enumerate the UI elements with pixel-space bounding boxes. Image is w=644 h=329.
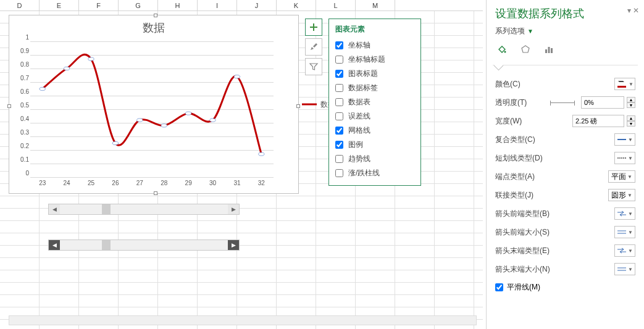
caret-down-icon: ▼ — [527, 28, 533, 35]
flyout-item[interactable]: 图例 — [335, 138, 414, 152]
pen-color-icon — [616, 80, 627, 88]
color-label: 颜色(C) — [495, 79, 521, 90]
chart-styles-button[interactable] — [305, 38, 322, 56]
chart-filters-button[interactable] — [305, 58, 322, 75]
flyout-checkbox[interactable] — [335, 141, 343, 149]
svg-rect-14 — [617, 86, 626, 88]
column-header[interactable]: L — [316, 0, 356, 10]
bar-chart-icon — [544, 44, 554, 54]
transparency-slider[interactable] — [550, 102, 575, 103]
join-type-dropdown[interactable]: 圆形▼ — [608, 189, 635, 201]
format-panel: 设置数据系列格式 ▾ ✕ 系列选项 ▼ 颜色(C) ▼ 透明度(T) ▲▼ 宽度… — [486, 0, 644, 329]
resize-handle[interactable] — [154, 14, 157, 17]
sheet-hscrollbar[interactable] — [9, 315, 477, 325]
scroll-track[interactable] — [60, 240, 228, 250]
width-input[interactable] — [572, 115, 624, 127]
scroll-right-button[interactable]: ▶ — [228, 204, 239, 214]
fill-line-tab[interactable] — [495, 43, 509, 56]
panel-title: 设置数据系列格式 — [495, 6, 635, 21]
cap-type-dropdown[interactable]: 平面▼ — [608, 170, 635, 183]
dash-type-dropdown[interactable]: ▼ — [614, 152, 635, 164]
width-spinner[interactable]: ▲▼ — [627, 115, 635, 127]
panel-close-button[interactable]: ▾ ✕ — [627, 6, 639, 15]
flyout-checkbox[interactable] — [335, 155, 343, 163]
scroll-track[interactable] — [60, 204, 228, 214]
arrow-begin-size-dropdown[interactable]: ▼ — [614, 226, 635, 238]
column-header[interactable]: J — [237, 0, 277, 10]
funnel-icon — [309, 62, 319, 72]
chart-line-svg[interactable] — [30, 41, 274, 177]
panel-section-dropdown[interactable]: 系列选项 ▼ — [495, 26, 635, 36]
flyout-item-label: 数据表 — [348, 97, 370, 107]
flyout-item[interactable]: 图表标题 — [335, 67, 414, 81]
flyout-checkbox[interactable] — [335, 127, 343, 135]
brush-icon — [309, 42, 319, 52]
flyout-checkbox[interactable] — [335, 112, 343, 120]
column-header[interactable]: E — [40, 0, 79, 10]
cap-label: 端点类型(A) — [495, 172, 535, 182]
svg-point-3 — [112, 141, 118, 144]
smooth-line-row: 平滑线(M) — [495, 282, 635, 293]
column-headers: DEFGHIJKLM — [0, 0, 483, 11]
flyout-item[interactable]: 坐标轴标题 — [335, 52, 414, 67]
resize-handle[interactable] — [154, 191, 157, 195]
x-axis[interactable]: 23242526272829303132 — [30, 180, 274, 191]
column-header[interactable]: M — [356, 0, 395, 10]
flyout-checkbox[interactable] — [335, 169, 343, 177]
pentagon-icon — [521, 44, 530, 54]
svg-point-10 — [504, 51, 506, 53]
scroll-left-button[interactable]: ◀ — [49, 204, 60, 214]
transparency-spinner[interactable]: ▲▼ — [627, 97, 635, 108]
chart-title[interactable]: 数据 — [9, 20, 298, 35]
chart-plot-area[interactable]: 00.10.20.30.40.50.60.70.80.91 2324252627… — [30, 41, 274, 177]
effects-tab[interactable] — [519, 43, 532, 56]
smooth-line-checkbox[interactable] — [495, 283, 503, 291]
flyout-item[interactable]: 数据标签 — [335, 81, 414, 95]
column-header[interactable]: G — [119, 0, 158, 10]
arrow-begin-size-label: 箭头前端大小(S) — [495, 227, 550, 238]
arrow-begin-type-dropdown[interactable]: ▼ — [614, 207, 635, 220]
column-header[interactable]: F — [79, 0, 119, 10]
compound-type-dropdown[interactable]: ▼ — [614, 133, 635, 146]
flyout-checkbox[interactable] — [335, 41, 343, 49]
flyout-item[interactable]: 误差线 — [335, 109, 414, 123]
arrow-end-size-dropdown[interactable]: ▼ — [614, 263, 635, 275]
series-options-tab[interactable] — [542, 43, 556, 56]
paint-bucket-icon — [497, 44, 507, 54]
join-label: 联接类型(J) — [495, 190, 533, 201]
flyout-item[interactable]: 坐标轴 — [335, 38, 414, 52]
column-header[interactable]: I — [198, 0, 237, 10]
transparency-input[interactable] — [581, 96, 624, 109]
compound-label: 复合类型(C) — [495, 135, 535, 145]
scroll-left-button[interactable]: ◀ — [49, 240, 60, 250]
arrow-end-type-dropdown[interactable]: ▼ — [614, 244, 635, 257]
flyout-checkbox[interactable] — [335, 98, 343, 106]
chart-container[interactable]: 数据 00.10.20.30.40.50.60.70.80.91 2324252… — [9, 15, 299, 194]
flyout-item[interactable]: 网格线 — [335, 123, 414, 138]
flyout-checkbox[interactable] — [335, 56, 343, 64]
flyout-item[interactable]: 数据表 — [335, 95, 414, 109]
resize-handle[interactable] — [7, 104, 11, 108]
dash-label: 短划线类型(D) — [495, 153, 543, 164]
scroll-right-button[interactable]: ▶ — [228, 240, 239, 250]
flyout-item[interactable]: 涨/跌柱线 — [335, 166, 414, 180]
resize-handle[interactable] — [296, 104, 300, 108]
column-header[interactable]: D — [0, 0, 40, 10]
flyout-item-label: 涨/跌柱线 — [348, 168, 380, 178]
flyout-checkbox[interactable] — [335, 84, 343, 92]
flyout-item[interactable]: 趋势线 — [335, 152, 414, 166]
svg-point-2 — [88, 57, 94, 60]
column-header[interactable]: H — [158, 0, 198, 10]
scroll-thumb[interactable] — [102, 204, 111, 214]
column-header[interactable]: K — [277, 0, 316, 10]
form-scrollbar-1[interactable]: ◀ ▶ — [48, 204, 240, 215]
flyout-item-label: 坐标轴 — [348, 40, 370, 51]
svg-point-0 — [40, 87, 45, 90]
scroll-thumb[interactable] — [102, 240, 111, 250]
color-picker-button[interactable]: ▼ — [614, 78, 635, 90]
y-axis[interactable]: 00.10.20.30.40.50.60.70.80.91 — [12, 38, 29, 181]
compound-line-icon — [617, 136, 627, 143]
flyout-checkbox[interactable] — [335, 70, 343, 78]
form-scrollbar-2[interactable]: ◀ ▶ — [48, 239, 240, 251]
chart-elements-button[interactable] — [305, 19, 322, 36]
